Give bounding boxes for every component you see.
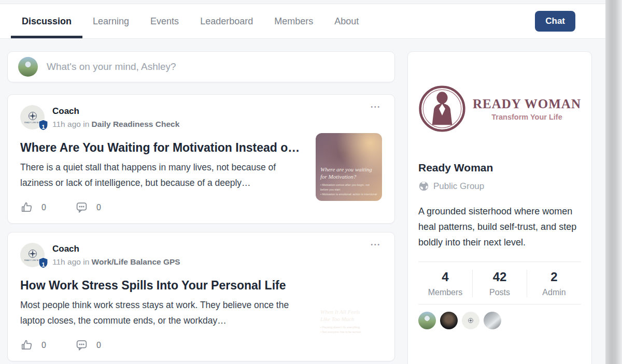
group-sidebar: READY WOMAN Transform Your Life Ready Wo… [407,51,592,364]
brand-wordmark: READY WOMAN Transform Your Life [473,97,581,121]
post-byline: Coach 11h ago in Daily Readiness Check [52,106,179,129]
thumbnail-bullet: Not everyone has to be served [320,330,377,334]
compass-icon [27,249,38,259]
post-header: READY LIFE NET 1 Coach 11h ago in Daily … [20,105,382,129]
thumbnail-caption: When It All Feels [320,309,377,316]
like-count: 0 [41,203,46,212]
like-count: 0 [41,341,46,350]
post-timestamp: 11h ago in [52,257,89,266]
compass-icon [27,111,38,121]
member-avatar[interactable] [462,312,479,329]
thumbs-up-icon [20,201,33,214]
stat-label: Admin [527,288,581,297]
stat-label: Posts [473,288,527,297]
page-body: What's on your mind, Ashley? READY LIFE … [0,39,622,364]
member-avatar[interactable] [418,312,436,329]
group-cover-logo[interactable]: READY WOMAN Transform Your Life [408,52,591,162]
post-header: READY LIFE NET 1 Coach 11h ago in Work/L… [20,243,382,267]
member-avatars [408,304,591,337]
thumbnail-bullet: Pausing doesn't fix everything [320,325,377,330]
current-user-avatar [18,57,38,77]
tab-learning[interactable]: Learning [93,4,129,38]
group-nav-bar: Discussion Learning Events Leaderboard M… [0,4,622,39]
stat-admin[interactable]: 2 Admin [527,270,581,297]
post-title[interactable]: How Work Stress Spills Into Your Persona… [20,279,316,293]
group-info-card: READY WOMAN Transform Your Life Ready Wo… [407,51,592,364]
stat-value: 4 [418,270,472,284]
top-window-strip [0,0,622,4]
post-composer[interactable]: What's on your mind, Ashley? [7,51,395,82]
brand-tagline: Transform Your Life [473,113,581,121]
post-menu-icon[interactable]: ••• [371,104,381,110]
thumbnail-caption: for Motivation? [320,173,377,181]
comment-button[interactable]: 0 [75,201,101,214]
thumbnail-bullet: Motivation is emotional; action is inten… [320,192,377,197]
stat-label: Members [418,288,472,297]
thumbnail-caption: Like Too Much [320,316,377,323]
chat-button[interactable]: Chat [535,11,575,32]
tab-events[interactable]: Events [150,4,179,38]
post-author[interactable]: Coach [52,106,179,117]
group-stats: 4 Members 42 Posts 2 Admin [408,262,591,304]
post-actions: 0 0 [20,201,382,214]
brand-name: READY WOMAN [473,97,581,111]
comment-bubble-icon [75,201,88,214]
post-excerpt: There is a quiet stall that happens in m… [20,159,310,191]
thumbs-up-icon [20,339,33,352]
group-name: Ready Woman [408,162,591,174]
window-scrollbar[interactable] [605,0,622,364]
level-badge: 1 [38,124,48,130]
stat-value: 2 [527,270,581,284]
post-card[interactable]: READY LIFE NET 1 Coach 11h ago in Work/L… [7,232,395,361]
tab-leaderboard[interactable]: Leaderboard [200,4,253,38]
thumbnail-bullet: Motivation comes after you begin, not be… [320,183,377,192]
stat-posts[interactable]: 42 Posts [472,270,527,297]
post-card[interactable]: READY LIFE NET 1 Coach 11h ago in Daily … [7,94,395,224]
post-actions: 0 0 [20,339,382,352]
stat-value: 42 [473,270,527,284]
post-menu-icon[interactable]: ••• [371,242,381,247]
tab-discussion[interactable]: Discussion [22,4,72,38]
like-button[interactable]: 0 [20,339,46,352]
privacy-label: Public Group [433,181,484,192]
composer-placeholder: What's on your mind, Ashley? [47,61,176,72]
post-category-link[interactable]: Work/Life Balance GPS [92,257,180,266]
nav-tabs: Discussion Learning Events Leaderboard M… [22,4,359,38]
member-avatar[interactable] [440,312,458,329]
level-badge: 1 [38,261,48,268]
comment-bubble-icon [75,339,88,352]
stat-members[interactable]: 4 Members [418,270,472,297]
tab-about[interactable]: About [334,4,359,38]
ready-woman-emblem-icon [418,85,466,133]
post-author[interactable]: Coach [52,244,180,254]
thumbnail-caption: Where are you waiting [320,166,377,173]
compass-icon [468,317,474,324]
post-thumbnail[interactable]: When It All Feels Like Too Much Pausing … [316,271,382,339]
comment-button[interactable]: 0 [75,339,101,352]
coach-avatar[interactable]: READY LIFE NET 1 [20,105,45,129]
coach-avatar[interactable]: READY LIFE NET 1 [20,243,45,267]
post-thumbnail[interactable]: Where are you waiting for Motivation? Mo… [316,133,382,201]
post-category-link[interactable]: Daily Readiness Check [92,120,180,128]
post-title[interactable]: Where Are You Waiting for Motivation Ins… [20,141,316,155]
group-description: A grounded sisterhood where women heal p… [408,203,591,250]
post-timestamp: 11h ago in [52,120,89,128]
member-avatar[interactable] [484,312,501,329]
tab-members[interactable]: Members [274,4,313,38]
globe-icon [418,181,429,192]
post-byline: Coach 11h ago in Work/Life Balance GPS [52,244,180,267]
like-button[interactable]: 0 [20,201,46,214]
feed-column: What's on your mind, Ashley? READY LIFE … [7,51,395,364]
post-excerpt: Most people think work stress stays at w… [20,297,310,328]
comment-count: 0 [96,341,101,350]
comment-count: 0 [96,203,101,212]
group-privacy: Public Group [408,181,591,192]
